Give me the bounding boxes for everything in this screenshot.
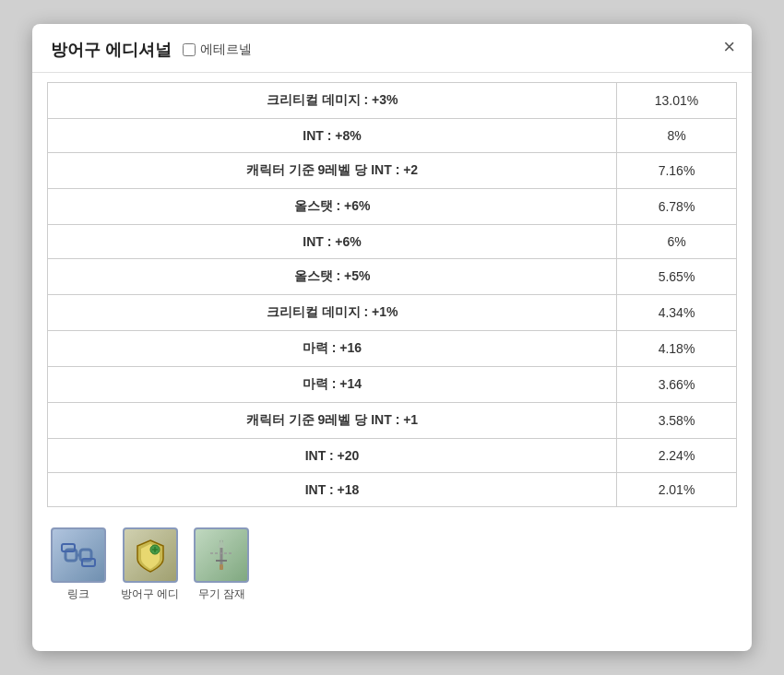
stats-table-container: 크리티컬 데미지 : +3%13.01%INT : +8%8%캐릭터 기준 9레… <box>32 73 752 516</box>
stat-value: 3.58% <box>617 403 737 439</box>
footer-icons: 링크 방어구 에디 무기 잠재 <box>32 516 752 617</box>
stat-value: 5.65% <box>617 259 737 295</box>
stat-value: 7.16% <box>617 153 737 189</box>
modal-container: 방어구 에디셔널 에테르넬 × 크리티컬 데미지 : +3%13.01%INT … <box>32 24 752 651</box>
stat-value: 6% <box>617 225 737 259</box>
stat-name: 마력 : +14 <box>48 367 617 403</box>
table-row: INT : +8%8% <box>48 119 737 153</box>
close-button[interactable]: × <box>723 37 735 57</box>
svg-rect-11 <box>220 564 223 570</box>
table-row: INT : +6%6% <box>48 225 737 259</box>
chain-icon[interactable] <box>51 527 106 583</box>
ethereal-checkbox[interactable] <box>183 43 196 56</box>
modal-title: 방어구 에디셔널 <box>51 39 172 61</box>
table-row: 캐릭터 기준 9레벨 당 INT : +13.58% <box>48 403 737 439</box>
stat-name: INT : +18 <box>48 473 617 507</box>
icon-label: 방어구 에디 <box>121 586 179 602</box>
stat-name: 크리티컬 데미지 : +3% <box>48 83 617 119</box>
table-row: INT : +182.01% <box>48 473 737 507</box>
table-row: 마력 : +143.66% <box>48 367 737 403</box>
shield-icon[interactable] <box>123 527 178 583</box>
stat-value: 13.01% <box>617 83 737 119</box>
stat-value: 8% <box>617 119 737 153</box>
checkbox-container: 에테르넬 <box>183 41 252 58</box>
stat-name: 캐릭터 기준 9레벨 당 INT : +2 <box>48 153 617 189</box>
stat-name: 크리티컬 데미지 : +1% <box>48 295 617 331</box>
stats-table: 크리티컬 데미지 : +3%13.01%INT : +8%8%캐릭터 기준 9레… <box>47 82 737 507</box>
table-row: 올스탯 : +5%5.65% <box>48 259 737 295</box>
stat-value: 4.18% <box>617 331 737 367</box>
stat-name: INT : +6% <box>48 225 617 259</box>
stat-value: 2.01% <box>617 473 737 507</box>
stat-name: INT : +20 <box>48 439 617 473</box>
footer-icon-item[interactable]: 링크 <box>51 527 106 602</box>
stat-name: 올스탯 : +5% <box>48 259 617 295</box>
stat-name: INT : +8% <box>48 119 617 153</box>
footer-icon-item[interactable]: 방어구 에디 <box>121 527 179 602</box>
table-row: 캐릭터 기준 9레벨 당 INT : +27.16% <box>48 153 737 189</box>
stat-name: 마력 : +16 <box>48 331 617 367</box>
stat-value: 2.24% <box>617 439 737 473</box>
table-row: INT : +202.24% <box>48 439 737 473</box>
checkbox-label: 에테르넬 <box>200 41 252 58</box>
table-row: 크리티컬 데미지 : +3%13.01% <box>48 83 737 119</box>
stat-name: 올스탯 : +6% <box>48 189 617 225</box>
svg-marker-9 <box>218 539 225 548</box>
stat-value: 6.78% <box>617 189 737 225</box>
table-row: 마력 : +164.18% <box>48 331 737 367</box>
stat-name: 캐릭터 기준 9레벨 당 INT : +1 <box>48 403 617 439</box>
icon-label: 링크 <box>67 586 89 602</box>
modal-header: 방어구 에디셔널 에테르넬 × <box>32 24 752 73</box>
stat-value: 3.66% <box>617 367 737 403</box>
stat-value: 4.34% <box>617 295 737 331</box>
footer-icon-item[interactable]: 무기 잠재 <box>194 527 249 602</box>
icon-label: 무기 잠재 <box>198 586 245 602</box>
sword-icon[interactable] <box>194 527 249 583</box>
table-row: 올스탯 : +6%6.78% <box>48 189 737 225</box>
table-row: 크리티컬 데미지 : +1%4.34% <box>48 295 737 331</box>
